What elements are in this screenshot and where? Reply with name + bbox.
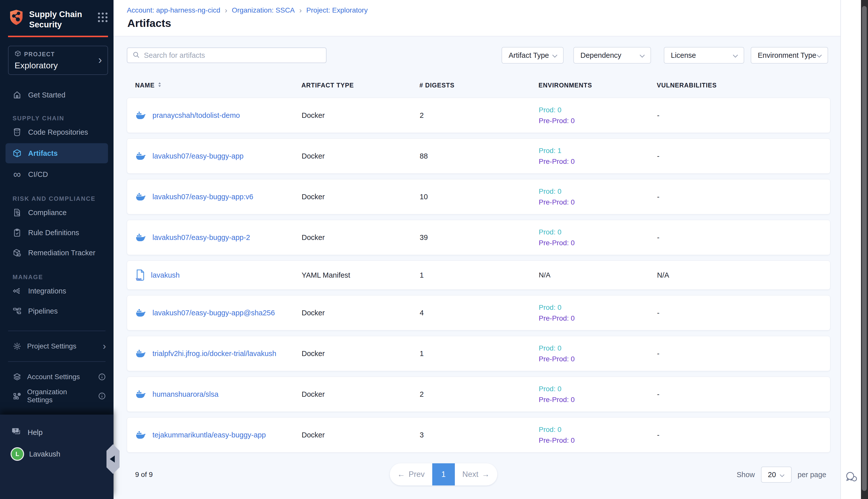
help-chat-icon: ?	[12, 427, 22, 438]
filter-license[interactable]: License	[664, 47, 744, 63]
module-grid-icon[interactable]	[98, 13, 108, 22]
filter-dependency[interactable]: Dependency	[573, 47, 651, 63]
infinity-icon: ∞	[13, 171, 22, 178]
digests-cell: 10	[420, 193, 539, 201]
table-row: lavakush07/easy-buggy-app-2Docker39Prod:…	[127, 220, 830, 255]
docker-icon	[135, 308, 147, 318]
sidebar-item-get-started[interactable]: Get Started	[0, 85, 113, 105]
pager: ← Prev 1 Next →	[390, 463, 497, 485]
per-page-control: Show 20 per page	[737, 466, 826, 483]
environments-cell: Prod: 0Pre-Prod: 0	[539, 344, 657, 363]
sidebar-divider	[8, 331, 106, 331]
artifact-name-link[interactable]: lavakush07/easy-buggy-app@sha256	[152, 309, 275, 317]
artifact-name-cell: pranaycshah/todolist-demo	[135, 110, 302, 120]
environment-preprod-count[interactable]: Pre-Prod: 0	[539, 198, 657, 206]
environment-prod-count[interactable]: Prod: 0	[539, 187, 657, 195]
sidebar-item-code-repositories[interactable]: </> Code Repositories	[0, 122, 113, 142]
environment-prod-count[interactable]: Prod: 1	[539, 147, 657, 155]
environment-preprod-count[interactable]: Pre-Prod: 0	[539, 436, 657, 445]
sidebar-item-integrations[interactable]: Integrations	[0, 281, 113, 301]
breadcrumb-organization-link[interactable]: Organization: SSCA	[232, 6, 295, 14]
scrollbar-thumb[interactable]	[862, 6, 867, 491]
environment-prod-count[interactable]: Prod: 0	[539, 426, 657, 434]
environment-preprod-count[interactable]: Pre-Prod: 0	[539, 396, 657, 404]
page-size-select[interactable]: 20	[761, 466, 792, 483]
artifact-name-link[interactable]: lavakush07/easy-buggy-app:v6	[152, 193, 253, 201]
environments-cell: Prod: 0Pre-Prod: 0	[539, 304, 657, 322]
scrollbar-track[interactable]	[861, 0, 868, 499]
artifact-type-cell: Docker	[302, 431, 420, 439]
yaml-file-icon: YML	[135, 269, 146, 281]
integrations-icon	[13, 287, 22, 295]
digests-cell: 4	[420, 309, 539, 317]
filter-artifact-type[interactable]: Artifact Type	[501, 47, 563, 63]
search-input[interactable]	[144, 51, 321, 60]
breadcrumb-account-link[interactable]: Account: app-harness-ng-cicd	[127, 6, 220, 14]
column-header-digests: # DIGESTS	[419, 82, 538, 89]
sidebar-item-artifacts[interactable]: Artifacts	[5, 143, 108, 163]
search-icon	[132, 51, 140, 60]
chevron-down-icon	[640, 51, 645, 60]
table-row: tejakummarikuntla/easy-buggy-appDocker3P…	[127, 417, 830, 452]
artifact-name-link[interactable]: tejakummarikuntla/easy-buggy-app	[152, 431, 266, 439]
filter-environment-type[interactable]: Environment Type	[751, 47, 828, 63]
info-icon	[98, 392, 106, 400]
sidebar-item-compliance[interactable]: Compliance	[0, 203, 113, 223]
artifact-type-cell: Docker	[302, 309, 420, 317]
artifact-name-cell: YMLlavakush	[135, 269, 302, 281]
show-label: Show	[737, 471, 755, 479]
environment-preprod-count[interactable]: Pre-Prod: 0	[539, 158, 657, 166]
environment-prod-count[interactable]: Prod: 0	[539, 344, 657, 352]
artifact-type-cell: Docker	[302, 111, 420, 120]
user-menu[interactable]: L Lavakush	[0, 443, 113, 465]
help-button[interactable]: ? Help	[0, 422, 113, 443]
sidebar-footer: ? Help L Lavakush	[0, 415, 113, 499]
sidebar-item-remediation-tracker[interactable]: Remediation Tracker	[0, 243, 113, 263]
svg-text:YML: YML	[136, 277, 142, 281]
prev-page-button[interactable]: ← Prev	[390, 463, 432, 485]
artifact-name-link[interactable]: lavakush07/easy-buggy-app	[152, 152, 244, 160]
digests-cell: 3	[420, 431, 539, 439]
vulnerabilities-cell: -	[657, 431, 830, 439]
breadcrumb-project-link[interactable]: Project: Exploratory	[307, 6, 368, 14]
search-box[interactable]	[127, 48, 326, 63]
artifact-name-link[interactable]: lavakush07/easy-buggy-app-2	[152, 233, 250, 242]
column-header-name[interactable]: NAME	[135, 82, 301, 89]
vulnerabilities-cell: -	[657, 350, 830, 358]
sidebar-item-cicd[interactable]: ∞ CI/CD	[0, 164, 113, 184]
page-header: Account: app-harness-ng-cicd › Organizat…	[113, 0, 840, 36]
environment-preprod-count[interactable]: Pre-Prod: 0	[539, 117, 657, 125]
environment-prod-count[interactable]: Prod: 0	[539, 228, 657, 236]
chat-support-button[interactable]	[844, 470, 857, 484]
artifact-name-link[interactable]: humanshuarora/slsa	[152, 390, 219, 399]
artifact-name-link[interactable]: pranaycshah/todolist-demo	[152, 111, 240, 120]
app-title: Supply Chain Security	[29, 9, 89, 30]
digests-cell: 88	[420, 152, 539, 160]
page-number-button[interactable]: 1	[432, 463, 455, 485]
environment-prod-count[interactable]: Prod: 0	[539, 385, 657, 393]
environment-prod-count[interactable]: Prod: 0	[539, 304, 657, 312]
sidebar-item-organization-settings[interactable]: Organization Settings	[0, 387, 113, 405]
artifact-name-link[interactable]: trialpfv2hi.jfrog.io/docker-trial/lavaku…	[152, 350, 276, 358]
per-page-label: per page	[798, 471, 827, 479]
compliance-document-icon	[13, 208, 22, 217]
brand-accent-bar	[8, 36, 108, 37]
sidebar-item-rule-definitions[interactable]: Rule Definitions	[0, 223, 113, 243]
svg-text:</>: </>	[15, 131, 19, 134]
breadcrumb-separator: ›	[299, 6, 302, 15]
table-row: lavakush07/easy-buggy-appDocker88Prod: 1…	[127, 138, 830, 174]
chevron-down-icon	[733, 51, 738, 60]
environment-preprod-count[interactable]: Pre-Prod: 0	[539, 314, 657, 322]
environment-preprod-count[interactable]: Pre-Prod: 0	[539, 239, 657, 247]
environment-preprod-count[interactable]: Pre-Prod: 0	[539, 355, 657, 363]
environments-cell: Prod: 0Pre-Prod: 0	[539, 106, 657, 125]
environment-prod-count[interactable]: Prod: 0	[539, 106, 657, 114]
right-rail	[840, 0, 861, 499]
sidebar-item-account-settings[interactable]: Account Settings	[0, 367, 113, 387]
next-page-button[interactable]: Next →	[455, 463, 497, 485]
sidebar-item-project-settings[interactable]: Project Settings ›	[0, 337, 113, 356]
project-selector[interactable]: PROJECT Exploratory ›	[8, 46, 108, 75]
sidebar-item-pipelines[interactable]: Pipelines	[0, 301, 113, 321]
artifact-name-link[interactable]: lavakush	[151, 271, 179, 279]
docker-icon	[135, 192, 147, 202]
